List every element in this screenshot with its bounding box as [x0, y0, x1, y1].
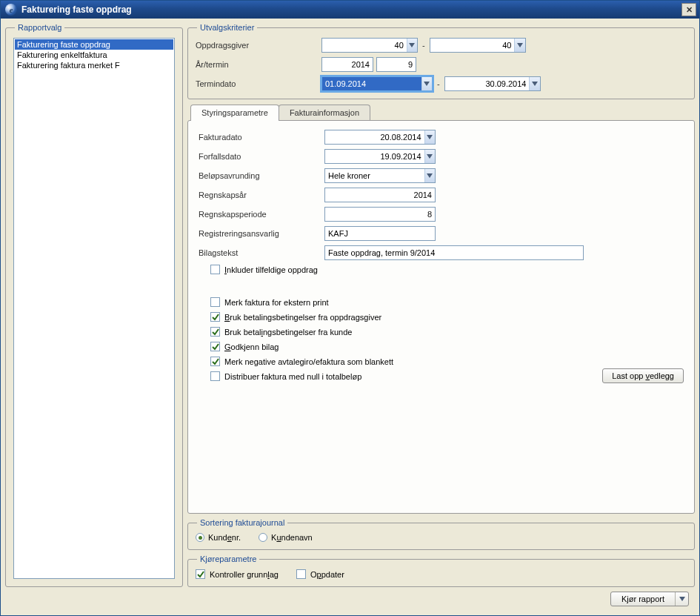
radio-kundenavn-label: Kundenavn: [271, 533, 313, 542]
kontroller-grunnlag-label: Kontroller grunnlag: [210, 570, 279, 579]
inkluder-tilfeldige-checkbox[interactable]: [210, 265, 220, 274]
sortering-legend: Sortering fakturajournal: [197, 518, 287, 527]
radio-kundenr-input[interactable]: [196, 533, 204, 542]
oppdragsgiver-from-input[interactable]: [322, 39, 407, 52]
radio-kundenavn-input[interactable]: [259, 533, 267, 542]
report-selection-legend: Rapportvalg: [15, 23, 64, 32]
chevron-down-icon[interactable]: [407, 39, 417, 52]
ansvarlig-input[interactable]: [324, 226, 436, 241]
range-separator: -: [436, 79, 441, 88]
godkjenn-bilag-row[interactable]: Godkjenn bilag: [210, 342, 684, 351]
bet-kunde-checkbox[interactable]: [210, 327, 220, 337]
oppdater-row[interactable]: Oppdater: [296, 569, 344, 579]
merk-negative-checkbox[interactable]: [210, 357, 220, 366]
fakturadato-label: Fakturadato: [199, 133, 324, 142]
chevron-down-icon[interactable]: [424, 130, 435, 144]
chevron-down-icon[interactable]: [421, 77, 432, 90]
dialog-window: e Fakturering faste oppdrag ✕ Rapportval…: [0, 0, 700, 616]
criteria-panel: Utvalgskriterier Oppdragsgiver -: [187, 23, 695, 99]
kjoreparametre-panel: Kjøreparametre Kontroller grunnlag Oppda…: [187, 554, 695, 587]
app-icon: e: [5, 4, 17, 16]
chevron-down-icon[interactable]: [514, 39, 524, 52]
tab-row: Styringsparametre Fakturainformasjon: [187, 104, 695, 120]
avrunding-combo[interactable]: [324, 168, 436, 183]
tab-body-styringsparametre: Fakturadato Forfallsdato: [187, 120, 695, 514]
kontroller-grunnlag-row[interactable]: Kontroller grunnlag: [196, 569, 279, 579]
chevron-down-icon[interactable]: [529, 77, 539, 90]
ansvarlig-label: Registreringsansvarlig: [199, 229, 324, 238]
radio-kundenr[interactable]: Kundenr.: [196, 533, 241, 542]
oppdragsgiver-to-input[interactable]: [430, 39, 515, 52]
chevron-down-icon[interactable]: [424, 169, 435, 182]
bet-kunde-label: Bruk betalingsbetingelser fra kunde: [224, 328, 352, 337]
titlebar[interactable]: e Fakturering faste oppdrag ✕: [1, 1, 699, 19]
termindato-to-input[interactable]: [445, 77, 530, 90]
ekstern-print-row[interactable]: Merk faktura for ekstern print: [210, 297, 684, 307]
bilagstekst-input[interactable]: [324, 245, 584, 260]
termindato-to-combo[interactable]: [444, 76, 541, 91]
close-icon: ✕: [686, 5, 693, 15]
tab-fakturainformasjon[interactable]: Fakturainformasjon: [279, 105, 370, 120]
range-separator: -: [421, 41, 427, 50]
kjoreparametre-legend: Kjøreparametre: [197, 554, 259, 563]
list-item[interactable]: Fakturering faste oppdrag: [15, 39, 173, 50]
run-report-label: Kjør rapport: [611, 592, 675, 606]
oppdragsgiver-from-combo[interactable]: [321, 38, 418, 53]
oppdragsgiver-label: Oppdragsgiver: [196, 41, 321, 50]
godkjenn-bilag-label: Godkjenn bilag: [224, 342, 279, 351]
inkluder-tilfeldige-label: Inkluder tilfeldige oppdrag: [224, 265, 318, 274]
aar-termin-label: År/termin: [196, 60, 321, 69]
tab-styringsparametre[interactable]: Styringsparametre: [190, 105, 279, 121]
chevron-down-icon: [679, 597, 685, 601]
list-item[interactable]: Fakturering enkeltfaktura: [15, 50, 173, 60]
criteria-legend: Utvalgskriterier: [197, 23, 257, 32]
oppdater-checkbox[interactable]: [296, 569, 306, 579]
avrunding-label: Beløpsavrunding: [199, 171, 324, 180]
forfallsdato-label: Forfallsdato: [199, 152, 324, 161]
upload-attachment-button[interactable]: Last opp vedlegg: [602, 368, 684, 383]
merk-negative-label: Merk negative avtalegiro/efaktura som bl…: [224, 357, 393, 366]
report-selection-panel: Rapportvalg Fakturering faste oppdrag Fa…: [5, 23, 183, 587]
bilagstekst-label: Bilagstekst: [199, 248, 324, 257]
bet-kunde-row[interactable]: Bruk betalingsbetingelser fra kunde: [210, 327, 684, 337]
bet-oppdragsgiver-row[interactable]: Bruk betalingsbetingelser fra oppdragsgi…: [210, 312, 684, 322]
oppdater-label: Oppdater: [310, 570, 344, 579]
inkluder-tilfeldige-row[interactable]: Inkluder tilfeldige oppdrag: [210, 265, 684, 274]
fakturadato-input[interactable]: [325, 130, 424, 144]
regnskapsaar-input[interactable]: [324, 188, 436, 202]
distribuer-null-checkbox[interactable]: [210, 371, 220, 381]
bet-oppdragsgiver-label: Bruk betalingsbetingelser fra oppdragsgi…: [224, 313, 381, 322]
ekstern-print-label: Merk faktura for ekstern print: [224, 298, 329, 307]
regnskapsperiode-input[interactable]: [324, 207, 436, 222]
godkjenn-bilag-checkbox[interactable]: [210, 342, 220, 351]
sortering-panel: Sortering fakturajournal Kundenr. Kunden…: [187, 518, 695, 550]
termindato-from-combo[interactable]: [321, 76, 433, 91]
oppdragsgiver-to-combo[interactable]: [430, 38, 526, 53]
kontroller-grunnlag-checkbox[interactable]: [196, 569, 205, 579]
run-report-dropdown[interactable]: [675, 592, 688, 606]
regnskapsperiode-label: Regnskapsperiode: [199, 210, 324, 219]
regnskapsaar-label: Regnskapsår: [199, 191, 324, 199]
bet-oppdragsgiver-checkbox[interactable]: [210, 312, 220, 322]
window-title: Fakturering faste oppdrag: [21, 4, 681, 15]
run-report-button[interactable]: Kjør rapport: [610, 592, 689, 606]
report-listbox[interactable]: Fakturering faste oppdrag Fakturering en…: [13, 38, 175, 579]
aar-input[interactable]: [321, 57, 373, 72]
radio-kundenr-label: Kundenr.: [208, 533, 241, 542]
termindato-label: Termindato: [196, 79, 321, 88]
fakturadato-combo[interactable]: [324, 130, 436, 145]
dialog-body: Rapportvalg Fakturering faste oppdrag Fa…: [1, 19, 699, 615]
ekstern-print-checkbox[interactable]: [210, 297, 220, 307]
merk-negative-row[interactable]: Merk negative avtalegiro/efaktura som bl…: [210, 357, 684, 366]
radio-kundenavn[interactable]: Kundenavn: [259, 533, 313, 542]
list-item[interactable]: Fakturering faktura merket F: [15, 60, 173, 70]
avrunding-input[interactable]: [325, 169, 424, 182]
forfallsdato-combo[interactable]: [324, 149, 436, 164]
distribuer-null-label: Distribuer faktura med null i totalbeløp: [224, 372, 361, 381]
chevron-down-icon[interactable]: [424, 150, 435, 163]
close-button[interactable]: ✕: [681, 3, 696, 16]
forfallsdato-input[interactable]: [325, 150, 424, 163]
termindato-from-input[interactable]: [322, 77, 421, 90]
termin-input[interactable]: [376, 57, 416, 72]
